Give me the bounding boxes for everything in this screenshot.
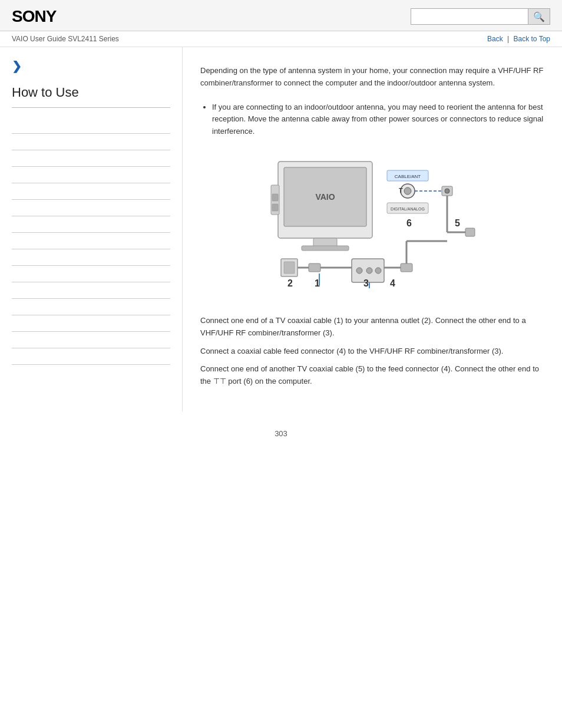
guide-title: VAIO User Guide SVL2411 Series <box>12 35 119 43</box>
connection-diagram: VAIO CABLE/ANT T <box>260 150 484 303</box>
sidebar-section-title: How to Use <box>12 85 170 108</box>
main-container: ❯ How to Use Depending on the type of an… <box>0 47 562 411</box>
nav-bar: VAIO User Guide SVL2411 Series Back | Ba… <box>0 31 562 47</box>
svg-rect-4 <box>302 246 349 251</box>
search-input[interactable] <box>411 8 528 25</box>
svg-text:VAIO: VAIO <box>315 192 335 202</box>
content-bullet-list: If you are connecting to an indoor/outdo… <box>212 101 544 138</box>
content-area: Depending on the type of antenna system … <box>183 47 562 411</box>
search-area: 🔍 <box>411 8 550 25</box>
back-to-top-link[interactable]: Back to Top <box>514 35 550 43</box>
svg-text:3: 3 <box>363 278 369 288</box>
intro-paragraph: Depending on the type of antenna system … <box>200 65 544 90</box>
sidebar-chevron-icon: ❯ <box>12 59 170 73</box>
connection-desc-3: Connect one end of another TV coaxial ca… <box>200 363 544 388</box>
bullet-item-1: If you are connecting to an indoor/outdo… <box>212 101 544 138</box>
sidebar-nav-item[interactable] <box>12 183 170 200</box>
sidebar-nav-item[interactable] <box>12 233 170 249</box>
sony-logo: SONY <box>12 7 56 26</box>
sidebar-nav-item[interactable] <box>12 167 170 183</box>
sidebar-nav-item[interactable] <box>12 216 170 233</box>
svg-text:DIGITAL/ANALOG: DIGITAL/ANALOG <box>391 207 425 211</box>
svg-text:2: 2 <box>287 278 293 288</box>
sidebar: ❯ How to Use <box>0 47 183 411</box>
page-number: 303 <box>275 429 287 438</box>
search-button[interactable]: 🔍 <box>528 8 550 25</box>
page-header: SONY 🔍 <box>0 0 562 31</box>
svg-text:5: 5 <box>455 218 460 228</box>
sidebar-nav-item[interactable] <box>12 200 170 216</box>
svg-text:6: 6 <box>406 218 412 228</box>
svg-text:CABLE/ANT: CABLE/ANT <box>395 174 421 179</box>
sidebar-nav-item[interactable] <box>12 266 170 282</box>
sidebar-nav-item[interactable] <box>12 134 170 150</box>
back-link[interactable]: Back <box>487 35 503 43</box>
sidebar-nav-item[interactable] <box>12 332 170 348</box>
diagram-container: VAIO CABLE/ANT T <box>200 150 544 303</box>
nav-separator: | <box>507 35 509 43</box>
svg-rect-7 <box>272 204 278 211</box>
svg-point-24 <box>356 268 362 274</box>
connection-desc-1: Connect one end of a TV coaxial cable (1… <box>200 315 544 340</box>
sidebar-nav-item[interactable] <box>12 150 170 167</box>
svg-rect-6 <box>272 194 278 201</box>
svg-point-26 <box>375 268 381 274</box>
page-footer: 303 <box>0 411 562 450</box>
svg-point-15 <box>445 189 449 193</box>
svg-point-11 <box>404 187 411 195</box>
sidebar-nav-item[interactable] <box>12 282 170 299</box>
svg-text:4: 4 <box>390 278 395 288</box>
sidebar-nav-item[interactable] <box>12 348 170 365</box>
svg-rect-31 <box>284 262 295 274</box>
sidebar-nav-item[interactable] <box>12 315 170 332</box>
sidebar-nav-list <box>12 117 170 365</box>
sidebar-nav-item[interactable] <box>12 117 170 134</box>
svg-rect-28 <box>309 263 320 272</box>
svg-rect-33 <box>401 263 412 272</box>
svg-point-25 <box>366 268 372 274</box>
svg-text:T: T <box>399 187 403 194</box>
sidebar-nav-item[interactable] <box>12 299 170 315</box>
search-icon: 🔍 <box>533 11 545 22</box>
svg-rect-22 <box>465 228 475 236</box>
sidebar-nav-item[interactable] <box>12 249 170 266</box>
nav-links: Back | Back to Top <box>487 35 550 43</box>
connection-desc-2: Connect a coaxial cable feed connector (… <box>200 345 544 358</box>
